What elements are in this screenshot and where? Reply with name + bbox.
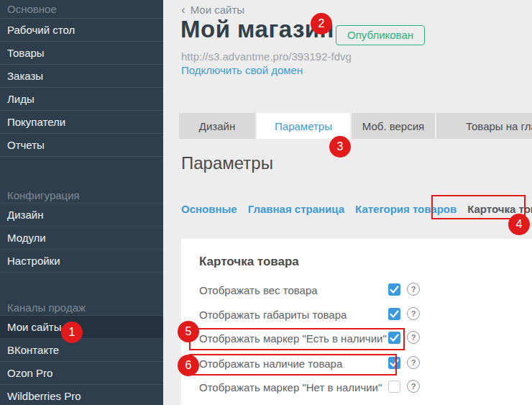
- sidebar-section-sales-channels: Каналы продаж: [0, 296, 163, 316]
- help-icon[interactable]: ?: [407, 307, 420, 320]
- subtab-product-card[interactable]: Карточка товара: [467, 203, 532, 215]
- setting-row-show-availability: Отображать наличие товара ?: [181, 356, 532, 370]
- setting-row-show-dimensions: Отображать габариты товара ?: [181, 307, 532, 322]
- setting-row-show-weight: Отображать вес товара ?: [181, 283, 532, 297]
- setting-label: Отображать габариты товара: [199, 309, 347, 321]
- connect-domain-link[interactable]: Подключить свой домен: [181, 64, 303, 76]
- site-url: http://s3.advantme.pro/393192-fdvg: [181, 50, 352, 63]
- card-heading: Карточка товара: [199, 255, 299, 269]
- sidebar-item-ozon-pro[interactable]: Ozon Pro: [0, 362, 163, 385]
- help-icon[interactable]: ?: [407, 380, 420, 393]
- sidebar-item-design[interactable]: Дизайн: [0, 204, 163, 227]
- site-title: Мой магазин: [180, 16, 334, 43]
- checkbox-show-weight[interactable]: [388, 283, 400, 296]
- setting-row-show-out-of-stock-marker: Отображать маркер "Нет в наличии" ?: [181, 380, 532, 394]
- checkbox-show-dimensions[interactable]: [388, 308, 400, 320]
- help-icon[interactable]: ?: [407, 356, 420, 369]
- checkbox-show-availability[interactable]: [388, 357, 400, 369]
- sidebar-item-leads[interactable]: Лиды: [0, 88, 163, 111]
- main-tabs: Дизайн Параметры Моб. версия Товары на г…: [179, 113, 532, 139]
- chevron-left-icon: ‹: [181, 3, 185, 17]
- tab-design[interactable]: Дизайн: [179, 113, 255, 139]
- setting-label: Отображать маркер "Нет в наличии": [199, 381, 382, 393]
- sidebar-item-products[interactable]: Товары: [0, 42, 163, 65]
- published-status-button[interactable]: Опубликован: [336, 25, 425, 45]
- checkbox-show-out-of-stock-marker[interactable]: [388, 381, 400, 393]
- product-card-settings-panel: Карточка товара Отображать вес товара ? …: [181, 239, 532, 405]
- setting-label: Отображать наличие товара: [199, 358, 342, 370]
- sidebar-item-wildberries-pro[interactable]: Wildberries Pro: [0, 385, 163, 405]
- setting-label: Отображать маркер "Есть в наличии": [199, 332, 387, 345]
- parameter-subtabs: Основные Главная страница Категория това…: [181, 203, 532, 215]
- help-icon[interactable]: ?: [407, 331, 420, 344]
- sidebar-item-dashboard[interactable]: Рабочий стол: [0, 19, 163, 42]
- setting-label: Отображать вес товара: [199, 284, 318, 296]
- sidebar-section-main: Основное: [0, 0, 163, 19]
- annotation-badge-3: 3: [329, 136, 351, 158]
- sidebar-section-configuration: Конфигурация: [0, 183, 163, 204]
- sidebar-item-orders[interactable]: Заказы: [0, 65, 163, 88]
- sidebar-item-reports[interactable]: Отчеты: [0, 134, 163, 157]
- sidebar-item-settings[interactable]: Настройки: [0, 250, 163, 273]
- app-window: Основное Рабочий стол Товары Заказы Лиды…: [0, 0, 532, 405]
- annotation-badge-4: 4: [508, 214, 530, 235]
- sidebar: Основное Рабочий стол Товары Заказы Лиды…: [0, 0, 163, 405]
- breadcrumb-label: Мои сайты: [191, 4, 244, 16]
- sidebar-item-my-sites[interactable]: Мои сайты: [0, 316, 163, 339]
- sidebar-spacer: [0, 157, 163, 183]
- breadcrumb-back-my-sites[interactable]: ‹Мои сайты: [181, 3, 244, 17]
- page-heading: Параметры: [181, 153, 273, 173]
- sidebar-item-vkontakte[interactable]: ВКонтакте: [0, 339, 163, 362]
- tab-parameters[interactable]: Параметры: [257, 113, 350, 139]
- tab-products-on-main[interactable]: Товары на гла: [436, 113, 532, 139]
- checkbox-show-in-stock-marker[interactable]: [388, 332, 400, 344]
- subtab-main-page[interactable]: Главная страница: [248, 203, 344, 215]
- sidebar-item-customers[interactable]: Покупатели: [0, 111, 163, 134]
- help-icon[interactable]: ?: [407, 283, 420, 296]
- subtab-general[interactable]: Основные: [181, 203, 237, 215]
- sidebar-spacer: [0, 273, 163, 296]
- subtab-product-category[interactable]: Категория товаров: [355, 203, 457, 215]
- sidebar-item-modules[interactable]: Модули: [0, 227, 163, 250]
- setting-row-show-in-stock-marker: Отображать маркер "Есть в наличии" ?: [181, 331, 532, 345]
- tab-mobile-version[interactable]: Моб. версия: [352, 113, 435, 139]
